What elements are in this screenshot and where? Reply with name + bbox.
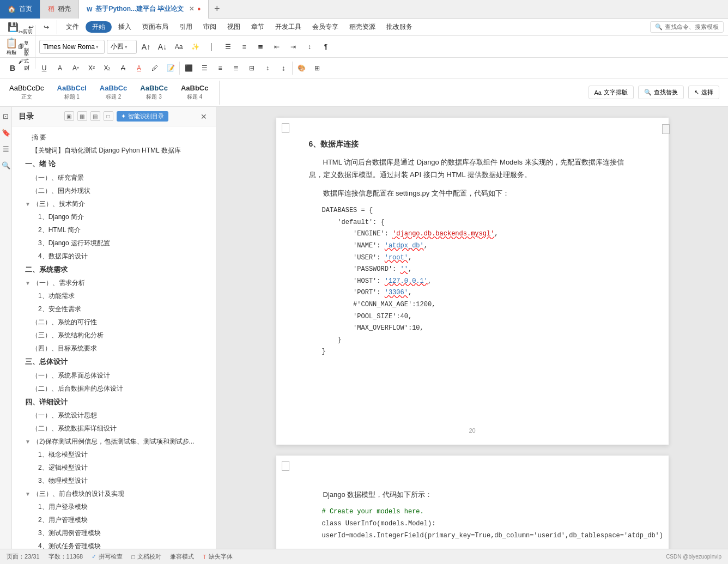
- show-hide[interactable]: ¶: [319, 40, 333, 54]
- style-heading2[interactable]: AaBbCc 标题 2: [95, 81, 132, 105]
- tab-wps[interactable]: 稻 稻壳: [40, 0, 79, 19]
- menu-member[interactable]: 会员专享: [308, 21, 343, 33]
- toc-item[interactable]: ▶1、概念模型设计: [12, 448, 216, 461]
- style-normal[interactable]: AaBbCcDc 正文: [4, 81, 49, 105]
- find-replace-button[interactable]: 🔍 查找替换: [638, 86, 684, 99]
- toc-item[interactable]: ▶4、测试任务管理模块: [12, 539, 216, 549]
- italic-button[interactable]: I: [21, 61, 35, 75]
- fill-color[interactable]: 🎨: [294, 61, 308, 75]
- toc-item[interactable]: ▼（三）、技术简介: [12, 197, 216, 210]
- style-heading3[interactable]: AaBbCc 标题 3: [135, 81, 173, 105]
- toc-item[interactable]: ▶（四）、目标系统要求: [12, 342, 216, 355]
- border[interactable]: ⊞: [310, 61, 324, 75]
- style-heading1[interactable]: AaBbCcI 标题 1: [52, 81, 92, 105]
- line-spacing[interactable]: ↕: [260, 61, 275, 75]
- align-right[interactable]: ≡: [213, 61, 227, 75]
- toc-item[interactable]: ▶（二）、系统的可行性: [12, 316, 216, 329]
- paste-button[interactable]: 📋 粘贴: [5, 37, 17, 56]
- align-special[interactable]: ⊟: [245, 61, 259, 75]
- toc-item[interactable]: ▶一、绪 论: [12, 157, 216, 171]
- cut-button[interactable]: ✂ 剪切: [19, 25, 33, 39]
- toc-item[interactable]: ▶四、详细设计: [12, 395, 216, 409]
- menu-view[interactable]: 视图: [223, 21, 245, 33]
- select-button[interactable]: ↖ 选择: [688, 86, 719, 99]
- align-left[interactable]: ⬛: [181, 61, 196, 75]
- font-size-decrease[interactable]: A↓: [155, 40, 169, 54]
- menu-reference[interactable]: 引用: [175, 21, 197, 33]
- font-size-selector[interactable]: 小四 ▾: [107, 40, 137, 54]
- tab-doc[interactable]: W 基于Python...建平台 毕业论文 ✕ •: [79, 0, 209, 19]
- shading-btn[interactable]: 📝: [163, 61, 178, 75]
- toc-item[interactable]: ▶（二）、国内外现状: [12, 184, 216, 197]
- text-color2[interactable]: A: [132, 61, 146, 75]
- list-multilevel[interactable]: ≣: [253, 40, 268, 54]
- missing-font[interactable]: T 缺失字体: [203, 553, 233, 561]
- sidebar-icon-search[interactable]: 🔍: [1, 160, 11, 170]
- sidebar-icon-nav[interactable]: ☰: [1, 144, 11, 154]
- indent-decrease[interactable]: ⇤: [270, 40, 284, 54]
- menu-section[interactable]: 章节: [247, 21, 269, 33]
- toc-item[interactable]: ▶4、数据库的设计: [12, 250, 216, 263]
- toc-item[interactable]: ▶3、物理模型设计: [12, 474, 216, 487]
- font-name-selector[interactable]: Times New Roma ▾: [39, 40, 105, 54]
- compatible-mode[interactable]: 兼容模式: [170, 553, 194, 561]
- highlight-btn[interactable]: 🖊: [148, 61, 162, 75]
- toc-item[interactable]: ▶1、Django 简介: [12, 210, 216, 223]
- menu-page-layout[interactable]: 页面布局: [138, 21, 173, 33]
- toc-item[interactable]: ▶3、测试用例管理模块: [12, 526, 216, 539]
- toc-item[interactable]: ▶三、总体设计: [12, 355, 216, 369]
- toc-item[interactable]: ▶（一）、研究背景: [12, 171, 216, 184]
- paragraph-spacing[interactable]: ↨: [276, 61, 290, 75]
- font-size-increase[interactable]: A↑: [139, 40, 153, 54]
- toc-item[interactable]: ▼（三）、前台模块的设计及实现: [12, 487, 216, 500]
- doc-review[interactable]: □ 文档校对: [131, 553, 161, 561]
- toc-item[interactable]: ▶（一）、系统界面总体设计: [12, 369, 216, 382]
- subscript-btn[interactable]: X₂: [100, 61, 114, 75]
- toc-item[interactable]: ▶2、用户管理模块: [12, 513, 216, 526]
- align-center[interactable]: ☰: [197, 61, 211, 75]
- tab-close-icon[interactable]: ✕: [189, 5, 194, 13]
- toc-item[interactable]: ▶2、逻辑模型设计: [12, 461, 216, 474]
- toc-item[interactable]: ▶2、安全性需求: [12, 302, 216, 316]
- clear-format[interactable]: Aa: [172, 40, 186, 54]
- font-color-btn[interactable]: A: [53, 61, 67, 75]
- toc-close-button[interactable]: ✕: [198, 112, 209, 121]
- menu-resources[interactable]: 稻壳资源: [345, 21, 380, 33]
- list-bullet[interactable]: ☰: [221, 40, 235, 54]
- tab-home[interactable]: 🏠 首页: [0, 0, 40, 19]
- font-highlight[interactable]: A▾: [69, 61, 83, 75]
- sort[interactable]: ↕: [302, 40, 317, 54]
- toc-ctrl-btn2[interactable]: ▦: [77, 111, 87, 121]
- toc-ctrl-btn4[interactable]: □: [104, 111, 113, 121]
- sidebar-icon-home[interactable]: ⊡: [1, 111, 11, 121]
- menu-review[interactable]: 审阅: [199, 21, 221, 33]
- toc-item[interactable]: ▶1、功能需求: [12, 289, 216, 302]
- toc-item[interactable]: ▶【关键词】自动化测试 Django Pyhon HTML 数据库: [12, 144, 216, 157]
- toc-item[interactable]: ▶摘 要: [12, 131, 216, 144]
- indent-increase[interactable]: ⇥: [286, 40, 300, 54]
- toc-item[interactable]: ▶（一）、系统设计思想: [12, 409, 216, 422]
- bold-button[interactable]: B: [5, 61, 20, 75]
- toc-ctrl-btn3[interactable]: ▤: [90, 111, 100, 121]
- toc-item[interactable]: ▶1、用户登录模块: [12, 500, 216, 513]
- list-number[interactable]: ≡: [237, 40, 251, 54]
- menu-start[interactable]: 开始: [86, 21, 112, 33]
- toc-ctrl-btn1[interactable]: ▣: [64, 111, 74, 121]
- menu-insert[interactable]: 插入: [114, 21, 136, 33]
- style-heading4[interactable]: AaBbCc 标题 4: [176, 81, 214, 105]
- menu-file[interactable]: 文件: [62, 21, 83, 33]
- toc-item[interactable]: ▼（2)保存测试用例信息，包括测试集、测试项和测试步...: [12, 435, 216, 448]
- toc-item[interactable]: ▶（二）、系统数据库详细设计: [12, 422, 216, 435]
- strikethrough-btn[interactable]: A: [116, 61, 130, 75]
- align-justify[interactable]: ≣: [229, 61, 243, 75]
- menu-batch[interactable]: 批改服务: [382, 21, 417, 33]
- spell-check[interactable]: ✓ 拼写检查: [92, 553, 123, 561]
- superscript-btn[interactable]: X²: [84, 61, 99, 75]
- underline-button[interactable]: U: [37, 61, 51, 75]
- toc-item[interactable]: ▶3、Django 运行环境配置: [12, 236, 216, 250]
- tab-add-button[interactable]: +: [209, 0, 226, 19]
- toc-item[interactable]: ▶2、HTML 简介: [12, 223, 216, 236]
- toolbar-quick-redo[interactable]: ↪: [39, 20, 53, 34]
- toc-smart-button[interactable]: ✦ 智能识别目录: [117, 111, 168, 122]
- menu-dev-tools[interactable]: 开发工具: [271, 21, 306, 33]
